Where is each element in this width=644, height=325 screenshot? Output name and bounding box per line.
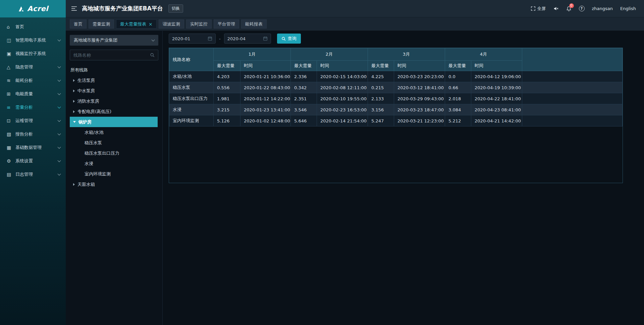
sidebar-item-label: 隐患管理 <box>15 64 58 70</box>
collapse-sidebar-icon[interactable] <box>71 6 77 11</box>
sidebar-item-label: 能耗分析 <box>15 77 58 84</box>
line-search-input[interactable] <box>73 53 150 58</box>
start-month-input[interactable]: 2020-01 <box>169 34 216 44</box>
month-header: 2月 <box>291 48 368 61</box>
tab-label: 谐波监测 <box>163 21 180 27</box>
tree-node[interactable]: 水浸 <box>70 158 158 169</box>
logo[interactable]: Acrel <box>0 0 66 17</box>
tab-harmonic-monitor[interactable]: 谐波监测 <box>159 19 184 29</box>
query-button-label: 查询 <box>288 36 297 42</box>
sidebar-item-ops-management[interactable]: ⊡运维管理 <box>0 114 66 127</box>
time-cell: 2020-03-12 18:41:00 <box>394 82 445 93</box>
tab-platform-management[interactable]: 平台管理 <box>214 19 239 29</box>
sidebar-item-demand-analysis[interactable]: ≡需量分析 <box>0 101 66 114</box>
sidebar-item-label: 报告分析 <box>15 131 58 137</box>
tree-node[interactable]: 生活泵房 <box>70 75 158 86</box>
app-root: Acrel ⌂首页◫智慧用电子系统▣视频监控子系统△隐患管理≋能耗分析⊞电能质量… <box>0 0 644 325</box>
close-icon[interactable]: × <box>149 22 153 26</box>
tree-node[interactable]: 稳压水泵出口压力 <box>70 148 158 158</box>
tab-home[interactable]: 首页 <box>70 19 87 29</box>
demand-cell: 1.981 <box>214 93 240 104</box>
tree-node[interactable]: 水箱/水池 <box>70 127 158 138</box>
row-filler <box>522 82 623 93</box>
sidebar-item-power-quality[interactable]: ⊞电能质量 <box>0 87 66 101</box>
tree-node[interactable]: 稳压水泵 <box>70 138 158 148</box>
tree-node[interactable]: 中水泵房 <box>70 86 158 96</box>
sidebar-item-label: 运维管理 <box>15 118 58 124</box>
sidebar-item-label: 视频监控子系统 <box>15 51 60 57</box>
sidebar-item-log-management[interactable]: ▤日志管理 <box>0 168 66 181</box>
expand-arrow-icon[interactable] <box>73 79 75 82</box>
sidebar-item-system-settings[interactable]: ⚙系统设置 <box>0 154 66 168</box>
collapse-arrow-icon[interactable] <box>73 121 76 123</box>
tab-max-demand-report[interactable]: 最大需量报表× <box>116 19 157 29</box>
gear-icon: ⚙ <box>7 158 15 164</box>
table-row: 水浸3.2152020-01-23 13:41:003.5462020-02-2… <box>169 104 623 115</box>
sidebar-item-home[interactable]: ⌂首页 <box>0 20 66 34</box>
energy-wave-icon: ≋ <box>7 78 15 83</box>
demand-cell: 2.351 <box>291 93 317 104</box>
demand-cell: 5.212 <box>445 115 471 126</box>
demand-cell: 3.546 <box>291 104 317 115</box>
table-row: 稳压水泵0.5562020-01-22 08:43:000.3422020-02… <box>169 82 623 93</box>
tree-node[interactable]: 天面水箱 <box>70 179 158 189</box>
notifications-button[interactable]: 0 <box>566 6 572 11</box>
time-cell: 2020-01-21 10:36:00 <box>240 71 291 82</box>
mute-speaker-icon[interactable] <box>553 6 559 11</box>
end-month-input[interactable]: 2020-04 <box>224 34 271 44</box>
sidebar-item-energy-analysis[interactable]: ≋能耗分析 <box>0 74 66 87</box>
organization-select[interactable]: 高地城市服务产业集团 <box>70 35 158 46</box>
tree-node-label: 中水泵房 <box>77 88 95 94</box>
demand-cell: 2.336 <box>291 71 317 82</box>
column-header-line-name: 线路名称 <box>169 48 214 71</box>
tab-demand-monitor[interactable]: 需量监测 <box>89 19 114 29</box>
sidebar-item-video-monitor-system[interactable]: ▣视频监控子系统 <box>0 47 66 60</box>
chevron-down-icon <box>58 105 61 108</box>
sidebar-item-hazard-management[interactable]: △隐患管理 <box>0 60 66 74</box>
tree-node[interactable]: 消防水泵房 <box>70 96 158 106</box>
demand-cell: 0.0 <box>445 71 471 82</box>
tab-realtime-monitor[interactable]: 实时监控 <box>186 19 212 29</box>
month-header: 1月 <box>214 48 291 61</box>
sidebar-item-base-data-management[interactable]: ▦基础数据管理 <box>0 141 66 154</box>
calendar-icon <box>208 36 212 41</box>
demand-cell: 3.084 <box>445 104 471 115</box>
tree-node[interactable]: 专配电房(高低压) <box>70 106 158 117</box>
sidebar-item-label: 需量分析 <box>15 104 58 110</box>
tree-node[interactable]: 室内环境监测 <box>70 169 158 179</box>
demand-cell: 3.215 <box>214 104 240 115</box>
fullscreen-button[interactable]: 全屏 <box>531 6 546 12</box>
tree-node-label: 专配电房(高低压) <box>77 109 111 115</box>
line-name-cell: 水箱/水池 <box>169 71 214 82</box>
username[interactable]: zhangsan <box>592 6 613 11</box>
page-title: 高地城市服务产业集团EBA平台 <box>82 5 163 12</box>
language-switch[interactable]: English <box>620 6 636 11</box>
expand-arrow-icon[interactable] <box>73 183 75 186</box>
demand-cell: 2.018 <box>445 93 471 104</box>
expand-arrow-icon[interactable] <box>73 100 75 103</box>
search-icon[interactable] <box>150 53 155 57</box>
sidebar-menu: ⌂首页◫智慧用电子系统▣视频监控子系统△隐患管理≋能耗分析⊞电能质量≡需量分析⊡… <box>0 17 66 181</box>
chart-icon: ◫ <box>7 38 15 43</box>
tree-root-all-lines[interactable]: 所有线路 <box>70 65 158 75</box>
sidebar-item-smart-electric-system[interactable]: ◫智慧用电子系统 <box>0 34 66 47</box>
row-filler <box>522 104 623 115</box>
row-filler <box>522 71 623 82</box>
tab-energy-report[interactable]: 能耗报表 <box>241 19 267 29</box>
tree-node[interactable]: 锅炉房 <box>70 117 158 127</box>
database-icon: ▦ <box>7 145 15 150</box>
month-header: 3月 <box>368 48 445 61</box>
query-button[interactable]: 查询 <box>277 34 301 44</box>
acrel-logo-icon <box>17 6 25 12</box>
tree-nodes: 生活泵房中水泵房消防水泵房专配电房(高低压)锅炉房水箱/水池稳压水泵稳压水泵出口… <box>70 75 158 189</box>
sidebar-item-report-analysis[interactable]: ▧报告分析 <box>0 127 66 141</box>
main-area: 高地城市服务产业集团EBA平台 切换 全屏 0 ? zhangsan <box>66 0 644 325</box>
switch-button[interactable]: 切换 <box>168 4 183 13</box>
help-icon[interactable]: ? <box>579 6 585 11</box>
calendar-icon <box>263 36 268 41</box>
expand-arrow-icon[interactable] <box>73 110 75 113</box>
demand-cell: 2.133 <box>368 93 394 104</box>
demand-cell: 4.225 <box>368 71 394 82</box>
end-month-value: 2020-04 <box>227 36 246 41</box>
expand-arrow-icon[interactable] <box>73 90 75 92</box>
